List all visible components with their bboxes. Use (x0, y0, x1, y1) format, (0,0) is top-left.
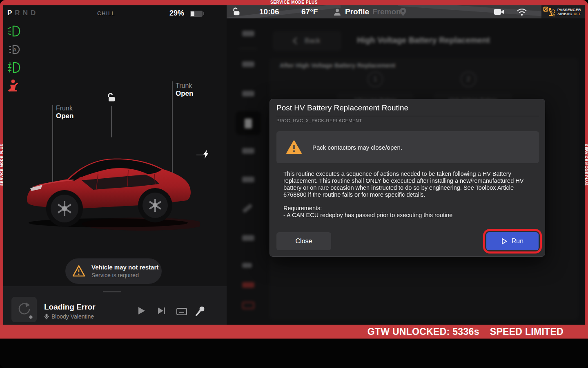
airbag-line2: AIRBAG OFF (557, 12, 581, 16)
airbag-line1: PASSENGER (557, 8, 581, 12)
routine-description: This routine executes a sequence of acti… (283, 171, 528, 198)
svg-text:A: A (13, 47, 17, 53)
airbag-status: OFF (573, 12, 581, 16)
headlight-low-beam-icon (7, 25, 21, 38)
display-card-button[interactable] (176, 308, 187, 317)
next-track-button[interactable] (158, 307, 166, 316)
frunk-label: Frunk Open (56, 105, 74, 120)
gear-r[interactable]: R (15, 9, 20, 17)
battery-icon (190, 11, 203, 17)
gear-d[interactable]: D (31, 9, 36, 17)
profile-button[interactable]: Profile (345, 5, 369, 18)
fog-light-icon (7, 61, 21, 74)
requirements-label: Requirements: (283, 205, 452, 212)
lock-status-icon[interactable] (232, 5, 241, 18)
seatbelt-warning-icon (7, 79, 21, 92)
karaoke-mic-button[interactable] (195, 306, 205, 318)
play-button[interactable] (138, 307, 145, 316)
warning-triangle-filled-icon (286, 140, 302, 155)
battery-fill (191, 11, 194, 16)
profile-icon (333, 5, 341, 18)
service-mode-banner-right: SERVICE MODE PLUS (585, 5, 588, 325)
media-title: Loading Error (44, 303, 96, 312)
run-button-highlight (483, 229, 542, 254)
charge-port-icon[interactable] (203, 150, 209, 160)
drag-handle[interactable] (103, 291, 121, 292)
vehicle-render (20, 131, 200, 237)
dialog-divider (276, 116, 539, 116)
alert-title: Vehicle may not restart (91, 264, 158, 271)
vehicle-status-panel: P R N D CHILL 29% A (3, 5, 227, 325)
outside-temp[interactable]: 67°F (301, 5, 318, 18)
microphone-mini-icon (44, 314, 49, 319)
media-artist-row: Bloody Valentine (44, 313, 94, 320)
media-artist: Bloody Valentine (51, 313, 94, 320)
warning-text: Pack contactors may close/open. (312, 144, 402, 151)
climate-mode-label: CHILL (97, 10, 115, 16)
warning-triangle-icon (72, 265, 86, 278)
service-mode-banner-left: SERVICE MODE PLUS (0, 5, 3, 325)
battery-tip (203, 12, 204, 15)
vehicle-alert: Vehicle may not restart Service is requi… (65, 258, 162, 284)
gear-selector: P R N D (7, 9, 36, 17)
passenger-airbag-indicator: 2 PASSENGER AIRBAG OFF (541, 5, 585, 18)
gtw-unlocked-text: GTW UNLOCKED: 5336s (368, 326, 479, 337)
unlocked-icon[interactable] (106, 92, 117, 105)
auto-headlight-icon: A (7, 43, 21, 56)
wifi-icon[interactable] (517, 5, 527, 18)
dashcam-icon[interactable] (494, 5, 505, 18)
gear-n[interactable]: N (23, 9, 28, 17)
routine-dialog: Post HV Battery Replacement Routine PROC… (270, 99, 545, 257)
dialog-warning-box: Pack contactors may close/open. (276, 131, 539, 163)
gear-p[interactable]: P (7, 9, 12, 17)
battery-percent: 29% (169, 9, 184, 18)
album-art[interactable] (11, 297, 37, 322)
gateway-status-bar: GTW UNLOCKED: 5336s SPEED LIMITED (0, 325, 588, 339)
speed-limited-text: SPEED LIMITED (490, 326, 564, 337)
svg-text:2: 2 (553, 13, 555, 17)
clock: 10:06 (259, 5, 279, 18)
media-player: Loading Error Bloody Valentine (3, 286, 227, 325)
service-mode-banner-top: SERVICE MODE PLUS (0, 0, 588, 5)
routine-code: PROC_HVC_X_PACK-REPLACEMENT (276, 118, 362, 123)
map-pin-icon (400, 5, 406, 18)
close-button[interactable]: Close (276, 232, 331, 250)
map-road (227, 5, 341, 18)
map-place-label: Fremont (372, 5, 403, 18)
airbag-icon: 2 (543, 7, 555, 17)
status-bar: 10:06 67°F Profile Fremont (227, 5, 585, 18)
alert-subtitle: Service is required (91, 272, 158, 278)
app-launcher: 80 i T (0, 339, 588, 368)
tesla-service-screen: P R N D CHILL 29% A (0, 0, 588, 368)
trunk-label: Trunk Open (176, 82, 193, 98)
routine-requirements: Requirements: - A CAN ECU redeploy has p… (283, 205, 452, 219)
requirement-item: - A CAN ECU redeploy has passed prior to… (283, 212, 452, 219)
dialog-title: Post HV Battery Replacement Routine (276, 103, 408, 112)
